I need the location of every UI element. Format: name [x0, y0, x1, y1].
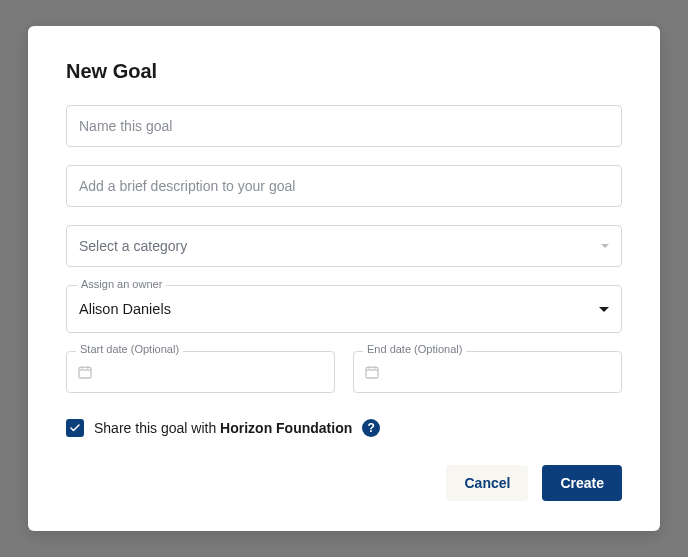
- owner-label: Assign an owner: [77, 278, 166, 290]
- share-org: Horizon Foundation: [220, 420, 352, 436]
- owner-value: Alison Daniels: [79, 301, 171, 317]
- help-icon[interactable]: ?: [362, 419, 380, 437]
- new-goal-modal: New Goal Select a category Assign an own…: [28, 26, 660, 531]
- end-date-field: End date (Optional): [353, 351, 622, 393]
- category-field: Select a category: [66, 225, 622, 267]
- goal-description-input[interactable]: [66, 165, 622, 207]
- category-select[interactable]: Select a category: [66, 225, 622, 267]
- category-placeholder: Select a category: [79, 238, 187, 254]
- calendar-icon: [364, 364, 380, 380]
- create-button[interactable]: Create: [542, 465, 622, 501]
- check-icon: [69, 422, 81, 434]
- share-row: Share this goal with Horizon Foundation …: [66, 419, 622, 437]
- chevron-down-icon: [601, 244, 609, 248]
- cancel-button[interactable]: Cancel: [446, 465, 528, 501]
- start-date-field: Start date (Optional): [66, 351, 335, 393]
- goal-description-field: [66, 165, 622, 207]
- calendar-icon: [77, 364, 93, 380]
- svg-rect-4: [366, 367, 378, 378]
- chevron-down-icon: [599, 307, 609, 312]
- modal-title: New Goal: [66, 60, 622, 83]
- share-label: Share this goal with Horizon Foundation: [94, 420, 352, 436]
- modal-footer: Cancel Create: [66, 465, 622, 501]
- svg-rect-0: [79, 367, 91, 378]
- start-date-label: Start date (Optional): [76, 343, 183, 355]
- start-date-input[interactable]: [66, 351, 335, 393]
- goal-name-field: [66, 105, 622, 147]
- goal-name-input[interactable]: [66, 105, 622, 147]
- date-row: Start date (Optional) End date (Optional…: [66, 351, 622, 393]
- end-date-label: End date (Optional): [363, 343, 466, 355]
- share-checkbox[interactable]: [66, 419, 84, 437]
- owner-select[interactable]: Assign an owner Alison Daniels: [66, 285, 622, 333]
- end-date-input[interactable]: [353, 351, 622, 393]
- share-prefix: Share this goal with: [94, 420, 220, 436]
